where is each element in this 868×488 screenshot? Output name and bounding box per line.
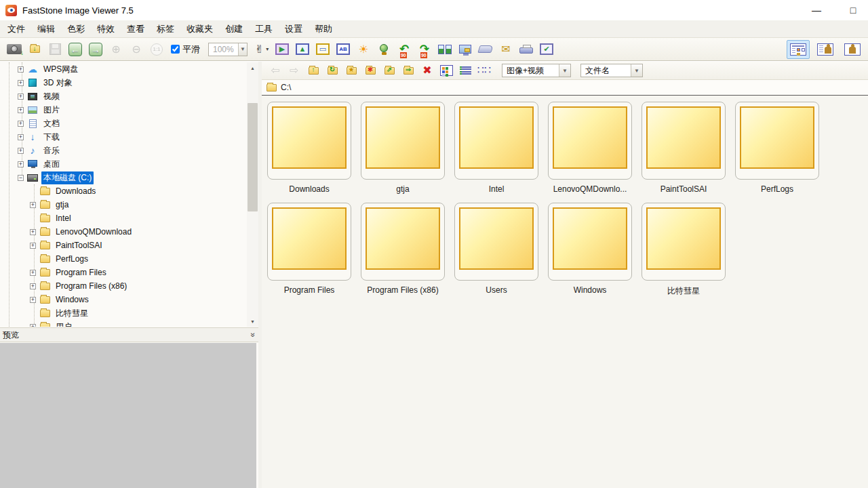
expand-icon[interactable]: + xyxy=(18,94,24,100)
menu-item[interactable]: 标签 xyxy=(151,21,180,37)
new-folder-icon[interactable]: ✱ xyxy=(363,63,378,78)
menu-item[interactable]: 查看 xyxy=(121,21,151,37)
menu-item[interactable]: 特效 xyxy=(91,21,121,37)
expand-icon[interactable]: + xyxy=(18,121,24,127)
folder-tile[interactable]: Windows xyxy=(548,203,632,296)
tree-item[interactable]: +图片 xyxy=(0,103,247,117)
tree-item[interactable]: +↓下载 xyxy=(0,130,247,144)
expand-icon[interactable]: + xyxy=(18,161,24,167)
tree-item[interactable]: +Windows xyxy=(0,293,247,306)
favorites-folder-icon[interactable]: ★ xyxy=(344,63,359,78)
folder-tile[interactable]: 比特彗星 xyxy=(642,203,726,296)
maximize-icon[interactable]: □ xyxy=(845,5,861,16)
folder-tile[interactable]: Downloads xyxy=(267,102,351,195)
screen-magnifier-icon[interactable] xyxy=(376,40,392,59)
rotate-right-icon[interactable]: ↷90 xyxy=(416,40,433,59)
expand-icon[interactable]: + xyxy=(30,243,36,249)
tree-item[interactable]: +gtja xyxy=(0,198,247,211)
menu-item[interactable]: 色彩 xyxy=(61,21,91,37)
acquire-scanner-icon[interactable] xyxy=(477,40,494,59)
view-list-icon[interactable]: ∷∷ xyxy=(477,63,492,78)
address-bar[interactable]: C:\ xyxy=(262,79,868,96)
sort-dropdown[interactable]: 文件名 ▼ xyxy=(580,64,643,77)
open-file-icon[interactable]: ↓ xyxy=(26,40,43,59)
tree-item[interactable]: +用户 xyxy=(0,320,247,327)
view-thumbnails-icon[interactable] xyxy=(439,63,454,78)
expand-icon[interactable]: + xyxy=(30,229,36,235)
tree-item[interactable]: +Program Files xyxy=(0,266,247,279)
expand-icon[interactable]: + xyxy=(30,270,36,276)
tree-scrollbar[interactable]: ▲ ▼ xyxy=(247,62,258,327)
tree-item[interactable]: PerfLogs xyxy=(0,252,247,266)
batch-rename-icon[interactable]: AB xyxy=(335,40,351,59)
view-mode-viewer-button[interactable] xyxy=(814,40,837,59)
view-mode-browser-button[interactable] xyxy=(787,40,810,59)
folder-tile[interactable]: Program Files xyxy=(267,203,351,296)
tree-item[interactable]: +PaintToolSAI xyxy=(0,239,247,252)
print-icon[interactable] xyxy=(518,40,534,59)
view-details-icon[interactable] xyxy=(458,63,473,78)
sort-dropdown-arrow-icon[interactable]: ▼ xyxy=(631,64,642,77)
collapse-icon[interactable]: − xyxy=(18,175,24,181)
tree-item[interactable]: 比特彗星 xyxy=(0,306,247,320)
folder-tile[interactable]: LenovoQMDownlo... xyxy=(548,102,632,195)
folder-tile[interactable]: Users xyxy=(454,203,538,296)
minimize-icon[interactable]: — xyxy=(808,5,825,16)
tree-item[interactable]: +LenovoQMDownload xyxy=(0,225,247,239)
set-wallpaper-icon[interactable] xyxy=(457,40,473,59)
folder-tile[interactable]: Program Files (x86) xyxy=(361,203,445,296)
menu-item[interactable]: 编辑 xyxy=(31,21,61,37)
refresh-folder-icon[interactable]: ↻ xyxy=(325,63,340,78)
previous-image-icon[interactable]: ← xyxy=(67,40,83,59)
folder-tile[interactable]: PaintToolSAI xyxy=(642,102,726,195)
settings-icon[interactable]: ✔ xyxy=(538,40,555,59)
menu-item[interactable]: 创建 xyxy=(219,21,249,37)
tree-item[interactable]: Intel xyxy=(0,211,247,225)
tree-item[interactable]: +3D 对象 xyxy=(0,76,247,89)
crop-board-icon[interactable]: ▭ xyxy=(315,40,331,59)
folder-tile[interactable]: Intel xyxy=(454,102,538,195)
tree-item[interactable]: +桌面 xyxy=(0,157,247,171)
tree-item[interactable]: +文档 xyxy=(0,117,247,130)
menu-item[interactable]: 工具 xyxy=(249,21,279,37)
rotate-left-icon[interactable]: ↶90 xyxy=(396,40,412,59)
up-folder-icon[interactable]: ↑ xyxy=(306,63,321,78)
view-mode-fullscreen-button[interactable] xyxy=(841,40,864,59)
delete-icon[interactable]: ✖ xyxy=(420,63,435,78)
scroll-down-icon[interactable]: ▼ xyxy=(247,316,258,327)
copy-to-folder-icon[interactable]: ⇗ xyxy=(382,63,397,78)
menu-item[interactable]: 文件 xyxy=(1,21,31,37)
menu-item[interactable]: 设置 xyxy=(279,21,309,37)
move-to-folder-icon[interactable]: ⇒ xyxy=(401,63,416,78)
collapse-preview-icon[interactable]: » xyxy=(249,333,258,338)
tree-item[interactable]: Downloads xyxy=(0,184,247,198)
hand-tool-icon[interactable]: ✌▾ xyxy=(254,40,270,59)
next-image-icon[interactable]: → xyxy=(87,40,104,59)
expand-icon[interactable]: + xyxy=(18,148,24,154)
menu-item[interactable]: 帮助 xyxy=(309,21,338,37)
tree-item[interactable]: +视频 xyxy=(0,89,247,103)
folder-tile[interactable]: gtja xyxy=(361,102,445,195)
expand-icon[interactable]: + xyxy=(18,66,24,73)
expand-icon[interactable]: + xyxy=(30,324,36,327)
resize-images-icon[interactable]: ▲ xyxy=(294,40,311,59)
compare-images-icon[interactable] xyxy=(437,40,453,59)
tree-item[interactable]: −本地磁盘 (C:) xyxy=(0,171,247,184)
expand-icon[interactable]: + xyxy=(30,297,36,303)
tree-item[interactable]: +☁WPS网盘 xyxy=(0,62,247,76)
smooth-checkbox-input[interactable] xyxy=(171,45,180,54)
slideshow-icon[interactable]: ▶ xyxy=(274,40,290,59)
expand-icon[interactable]: + xyxy=(18,134,24,140)
smooth-checkbox[interactable]: 平滑 xyxy=(171,40,200,59)
scroll-thumb[interactable] xyxy=(248,103,258,211)
adjust-lighting-icon[interactable]: ☀ xyxy=(355,40,372,59)
expand-icon[interactable]: + xyxy=(18,107,24,113)
tree-item[interactable]: +♪音乐 xyxy=(0,144,247,157)
acquire-photos-icon[interactable]: ↓ xyxy=(6,40,22,59)
expand-icon[interactable]: + xyxy=(30,202,36,208)
menu-item[interactable]: 收藏夹 xyxy=(180,21,219,37)
scroll-up-icon[interactable]: ▲ xyxy=(247,62,258,73)
tree-item[interactable]: +Program Files (x86) xyxy=(0,279,247,293)
expand-icon[interactable]: + xyxy=(18,80,24,86)
folder-tile[interactable]: PerfLogs xyxy=(735,102,819,195)
